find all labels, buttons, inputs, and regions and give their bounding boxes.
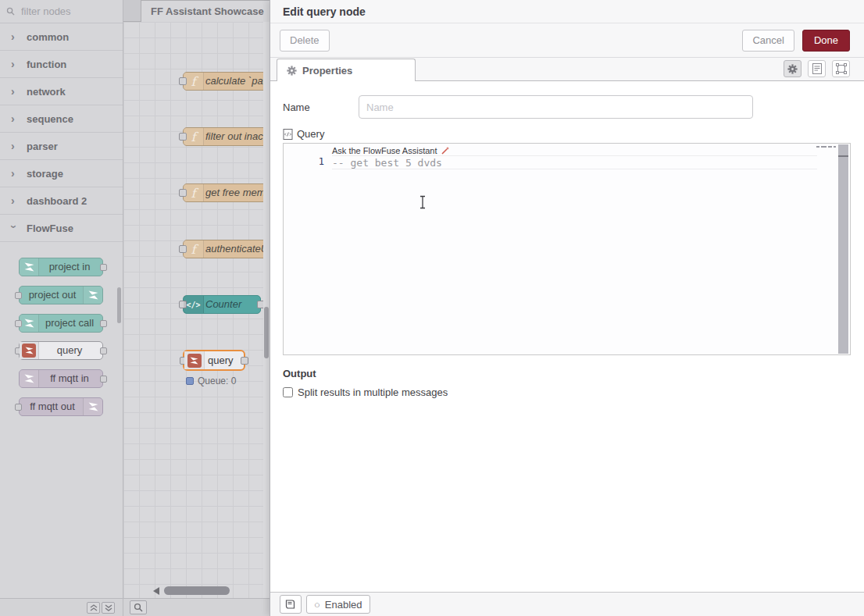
chevron-right-icon: › [11,31,17,42]
split-results-label: Split results in multiple messages [298,386,448,398]
enabled-toggle-button[interactable]: ○ Enabled [306,595,370,614]
dialog-tab-row: Properties [270,58,864,81]
category-label: common [27,31,69,43]
editor-line-number: 1 [284,156,324,167]
edit-query-node-dialog: Edit query node Delete Cancel Done Prope… [270,0,864,616]
palette-node-ff-mqtt-in[interactable]: ff mqtt in [19,369,103,388]
magic-wand-icon [441,146,450,155]
query-icon-area [184,351,205,369]
query-code-editor[interactable]: 1 Ask the FlowFuse Assistant -- get best… [283,143,851,355]
scroll-left-arrow-icon[interactable] [153,587,159,595]
query-label-row: Query [283,128,850,140]
canvas-vertical-scrollbar[interactable] [263,22,270,598]
delete-button[interactable]: Delete [280,30,330,52]
code-line[interactable]: -- get best 5 dvds [332,156,817,169]
workspace-tab-strip: FF Assistant Showcase [123,0,270,22]
chevron-right-icon: › [11,195,17,206]
flow-node-get-free-mem[interactable]: f get free mem [183,183,270,202]
workspace-footer [123,598,270,616]
palette-category-network[interactable]: › network [0,78,123,105]
canvas-horizontal-scrollbar[interactable] [123,586,263,596]
palette-category-parser[interactable]: › parser [0,133,123,160]
palette-category-storage[interactable]: › storage [0,160,123,187]
name-label: Name [283,101,359,113]
palette-node-ff-mqtt-out[interactable]: ff mqtt out [19,397,103,416]
node-output-port[interactable] [241,357,248,365]
palette-node-label: query [39,342,100,359]
category-label: function [27,59,66,70]
node-label: get free mem [205,184,270,201]
palette-category-flowfuse[interactable]: › FlowFuse [0,215,123,242]
horizontal-scrollbar-thumb[interactable] [164,586,230,595]
expand-all-button[interactable] [102,602,115,614]
palette-node-label: project out [22,287,83,304]
node-label: calculate `pa [205,73,270,90]
category-label: dashboard 2 [27,195,87,207]
palette-node-label: project call [39,315,100,332]
dialog-toolbar: Delete Cancel Done [270,23,864,58]
search-icon [6,7,15,16]
editor-minimap-scrollbar[interactable] [838,144,848,354]
minimap-content-line [838,155,848,157]
dialog-title: Edit query node [270,0,864,23]
split-results-checkbox[interactable] [283,387,293,397]
node-palette: › common › function › network › sequence… [0,0,123,616]
node-input-port [15,404,22,411]
palette-filter-input[interactable] [20,5,109,18]
node-output-port [100,320,107,327]
flow-node-filter-out[interactable]: f filter out inac [183,127,270,146]
tab-label: Properties [302,65,352,77]
vertical-scrollbar-thumb[interactable] [264,307,269,358]
flow-node-calculate[interactable]: f calculate `pa [183,72,270,91]
description-button[interactable] [808,60,826,77]
palette-category-sequence[interactable]: › sequence [0,105,123,133]
query-label: Query [297,128,324,140]
query-file-icon [283,129,293,140]
palette-category-common[interactable]: › common [0,23,123,51]
flow-node-counter[interactable]: </> Counter [183,295,261,314]
zoom-search-button[interactable] [130,600,147,614]
flowfuse-logo-icon [20,370,39,387]
category-label: FlowFuse [27,223,73,234]
flow-node-query-selected[interactable]: query [183,350,245,371]
flow-node-authenticate[interactable]: f authenticateU [183,240,270,258]
palette-node-project-out[interactable]: project out [19,286,103,304]
flowfuse-logo-icon [187,354,202,368]
palette-node-label: project in [39,258,100,276]
document-icon [812,63,822,74]
flowfuse-logo-icon [20,258,39,276]
tab-properties[interactable]: Properties [277,59,416,81]
editor-content[interactable]: Ask the FlowFuse Assistant -- get best 5… [332,145,817,169]
palette-filter [0,0,123,23]
chevron-right-icon: › [11,86,17,97]
node-help-button[interactable] [280,595,302,614]
appearance-button[interactable] [832,60,850,77]
node-output-port [100,376,107,383]
toggle-circle-icon: ○ [314,600,320,610]
node-label: filter out inac [205,128,270,145]
palette-node-project-call[interactable]: project call [19,314,103,333]
flowfuse-logo-icon [20,315,39,332]
cancel-button[interactable]: Cancel [742,30,794,52]
palette-node-query[interactable]: query [19,341,103,360]
template-code-icon: </> [184,296,204,313]
node-input-port [15,292,22,299]
name-input[interactable] [359,95,753,119]
properties-gear-button[interactable] [784,60,802,77]
node-label: authenticateU [205,240,270,258]
function-icon: f [184,240,204,258]
chevron-right-icon: › [11,141,17,151]
split-results-row: Split results in multiple messages [283,386,850,398]
palette-node-label: ff mqtt out [22,398,83,415]
assistant-hint-row[interactable]: Ask the FlowFuse Assistant [332,145,817,156]
collapse-all-button[interactable] [87,602,100,614]
function-icon: f [184,73,204,90]
palette-node-project-in[interactable]: project in [19,258,103,276]
chevron-right-icon: › [11,168,17,179]
node-label: Counter [205,296,257,313]
palette-scrollbar[interactable] [117,287,121,323]
palette-category-dashboard2[interactable]: › dashboard 2 [0,187,123,215]
palette-category-function[interactable]: › function [0,51,123,78]
done-button[interactable]: Done [802,30,850,52]
flow-tab-ff-assistant-showcase[interactable]: FF Assistant Showcase [141,0,270,22]
